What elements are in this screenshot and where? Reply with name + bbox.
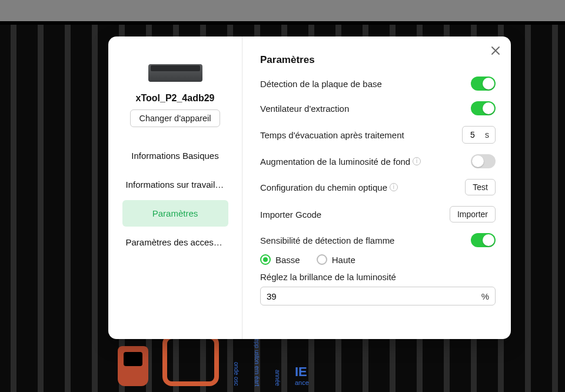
fan-toggle[interactable]	[471, 101, 496, 115]
import-gcode-label: Importer Gcode	[260, 210, 321, 220]
flame-level-radio-group: Basse Haute	[260, 254, 496, 265]
row-extraction-fan: Ventilateur d'extraction	[260, 101, 496, 115]
baseplate-toggle[interactable]	[471, 77, 496, 91]
flame-level-high-radio[interactable]: Haute	[317, 254, 355, 265]
row-import-gcode: Importer Gcode Importer	[260, 206, 496, 222]
info-icon[interactable]: i	[413, 157, 421, 165]
app-topbar	[0, 0, 565, 21]
optic-path-label: Configuration du chemin optique	[260, 182, 387, 192]
sidebar-item-info-basic[interactable]: Informations Basiques	[122, 142, 228, 169]
row-baseplate-detection: Détection de la plaque de base	[260, 77, 496, 91]
modal-sidebar: xTool_P2_4adb29 Changer d'appareil Infor…	[108, 36, 242, 339]
sidebar-item-accessories[interactable]: Paramètres des accessoires	[122, 229, 228, 255]
device-name: xTool_P2_4adb29	[136, 93, 215, 104]
flame-toggle[interactable]	[471, 233, 496, 247]
radio-icon	[260, 254, 271, 265]
flame-level-low-label: Basse	[275, 255, 300, 265]
exhaust-label: Temps d'évacuation après traitement	[260, 130, 404, 140]
device-image	[144, 60, 207, 86]
brightness-adjust-unit: %	[477, 291, 489, 301]
row-brightness-boost: Augmentation de la luminosité de fond i	[260, 154, 496, 168]
optic-test-button[interactable]: Test	[465, 179, 496, 195]
import-gcode-button[interactable]: Importer	[450, 206, 496, 222]
flame-label: Sensibilité de détection de flamme	[260, 235, 394, 245]
close-icon	[491, 46, 500, 55]
brightness-adjust-label: Réglez la brillance de la luminosité	[260, 272, 496, 282]
row-exhaust-time: Temps d'évacuation après traitement s	[260, 126, 496, 144]
row-optic-path: Configuration du chemin optique i Test	[260, 179, 496, 195]
flame-level-low-radio[interactable]: Basse	[260, 254, 300, 265]
sidebar-item-work-info[interactable]: Informations sur travail en ...	[122, 171, 228, 198]
close-button[interactable]	[488, 44, 503, 58]
sidebar-nav: Informations Basiques Informations sur t…	[108, 142, 242, 258]
brightness-adjust-field[interactable]: %	[260, 287, 496, 305]
content-title: Paramètres	[260, 54, 496, 66]
exhaust-time-field[interactable]: s	[462, 126, 496, 144]
info-icon[interactable]: i	[390, 183, 398, 191]
change-device-button[interactable]: Changer d'appareil	[130, 109, 220, 127]
sidebar-item-settings[interactable]: Paramètres	[122, 200, 228, 227]
exhaust-time-unit: s	[483, 130, 495, 139]
modal-content: Paramètres Détection de la plaque de bas…	[242, 36, 511, 339]
brightness-boost-toggle[interactable]	[471, 154, 496, 168]
fan-label: Ventilateur d'extraction	[260, 104, 349, 114]
brightness-boost-label: Augmentation de la luminosité de fond	[260, 157, 410, 167]
flame-level-high-label: Haute	[332, 255, 355, 265]
baseplate-label: Détection de la plaque de base	[260, 79, 382, 89]
exhaust-time-input[interactable]	[463, 130, 483, 139]
brightness-adjust-input[interactable]	[267, 291, 477, 301]
radio-icon	[317, 254, 327, 265]
row-flame-sensitivity: Sensibilité de détection de flamme	[260, 233, 496, 247]
device-settings-modal: xTool_P2_4adb29 Changer d'appareil Infor…	[108, 36, 511, 339]
